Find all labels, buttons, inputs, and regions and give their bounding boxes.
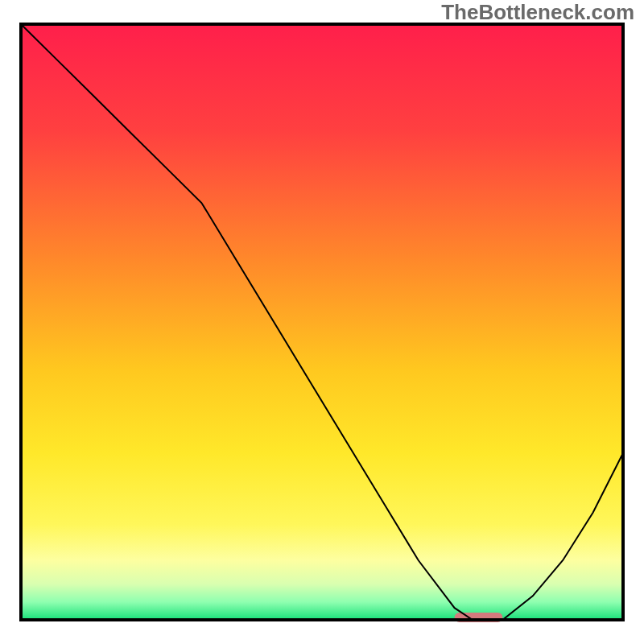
bottleneck-chart: TheBottleneck.com	[0, 0, 644, 644]
watermark-text: TheBottleneck.com	[441, 0, 634, 25]
chart-svg	[0, 0, 644, 644]
